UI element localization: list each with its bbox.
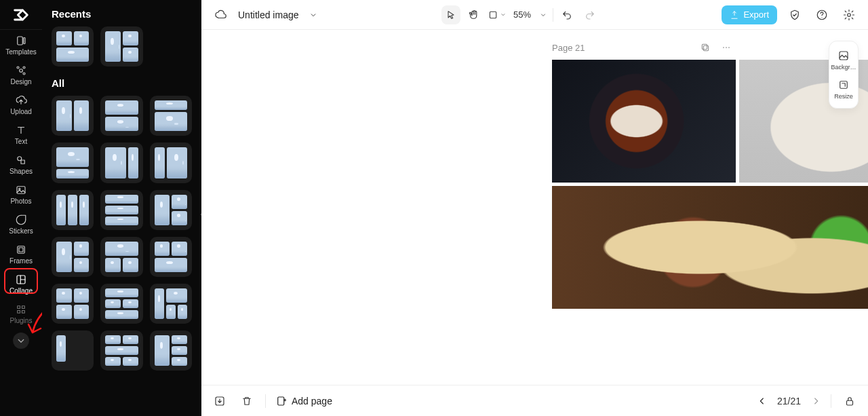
rail-templates[interactable]: Templates: [0, 30, 42, 60]
rail-shapes[interactable]: Shapes: [0, 149, 42, 179]
more-icon[interactable]: [720, 42, 732, 53]
help-button[interactable]: [812, 5, 831, 24]
undo-button[interactable]: [557, 5, 576, 24]
chevron-down-icon: [309, 10, 318, 20]
document-title[interactable]: Untitled image: [238, 10, 299, 20]
redo-icon: [584, 9, 596, 21]
cloud-sync-button[interactable]: [211, 5, 230, 24]
rail-label: Collage: [9, 288, 33, 295]
svg-rect-28: [278, 397, 284, 405]
svg-rect-21: [702, 44, 707, 49]
rail-text[interactable]: Text: [0, 119, 42, 149]
collage-thumb[interactable]: [150, 284, 192, 324]
svg-rect-26: [840, 81, 848, 89]
page-counter: 21/21: [777, 396, 801, 406]
delete-button[interactable]: [238, 392, 256, 410]
collage-slot-3[interactable]: [552, 186, 868, 309]
zoom-dropdown[interactable]: [538, 5, 549, 24]
collage-thumb[interactable]: [150, 237, 192, 277]
rail-label: Templates: [5, 49, 37, 56]
collage-thumb[interactable]: [100, 237, 142, 277]
svg-rect-20: [703, 45, 708, 50]
trash-icon: [241, 395, 253, 407]
panel-collapse-handle[interactable]: [197, 200, 201, 229]
rail-label: Photos: [10, 198, 31, 205]
collage-thumb[interactable]: [100, 96, 142, 136]
collage-thumb[interactable]: [150, 190, 192, 230]
collage-slot-1[interactable]: [552, 60, 736, 183]
svg-rect-17: [490, 12, 496, 18]
svg-rect-11: [19, 248, 23, 252]
photos-icon: [15, 184, 27, 196]
svg-rect-25: [840, 52, 848, 60]
crop-tool[interactable]: [488, 5, 507, 24]
collage-thumb[interactable]: [52, 330, 94, 371]
panel-all-title: All: [52, 77, 192, 89]
canvas-artboard[interactable]: [552, 60, 868, 309]
collage-thumb[interactable]: [150, 330, 192, 371]
rail-collage[interactable]: Collage: [0, 269, 42, 299]
collage-thumb[interactable]: [100, 190, 142, 230]
collage-thumb[interactable]: [52, 143, 94, 183]
svg-point-3: [17, 67, 19, 69]
chevron-down-icon: [15, 335, 27, 347]
rail-design[interactable]: Design: [0, 60, 42, 90]
collage-thumb[interactable]: [52, 190, 94, 230]
collage-thumb[interactable]: [52, 96, 94, 136]
rail-photos[interactable]: Photos: [0, 179, 42, 209]
rail-more-button[interactable]: [13, 333, 29, 349]
svg-point-9: [19, 188, 20, 189]
shield-button[interactable]: [785, 5, 804, 24]
svg-point-23: [726, 47, 727, 48]
app-logo[interactable]: [0, 0, 42, 30]
collage-thumb[interactable]: [52, 26, 94, 67]
svg-rect-29: [847, 400, 853, 405]
canvas-viewport[interactable]: Page 21 Backgr… Resize: [201, 30, 868, 385]
download-button[interactable]: [211, 392, 229, 410]
upload-icon: [15, 94, 27, 107]
redo-button[interactable]: [580, 5, 599, 24]
svg-point-19: [848, 13, 851, 16]
collage-thumb[interactable]: [100, 330, 142, 371]
lock-icon: [844, 395, 856, 407]
add-page-icon: [275, 395, 288, 407]
rail-upload[interactable]: Upload: [0, 90, 42, 119]
collage-thumb[interactable]: [150, 96, 192, 136]
collage-panel: Recents All: [42, 0, 201, 416]
background-tool[interactable]: Backgr…: [829, 45, 859, 75]
shield-check-icon: [789, 9, 801, 21]
collage-thumb[interactable]: [100, 284, 142, 324]
chevron-down-icon: [500, 11, 507, 18]
select-tool[interactable]: [441, 5, 460, 24]
rail-label: Frames: [9, 258, 33, 265]
add-page-button[interactable]: Add page: [275, 395, 332, 407]
hand-tool[interactable]: [465, 5, 484, 24]
collage-thumb[interactable]: [52, 284, 94, 324]
rail-plugins[interactable]: Plugins: [0, 299, 42, 328]
resize-tool[interactable]: Resize: [829, 75, 859, 104]
svg-point-4: [23, 67, 25, 69]
collage-thumb[interactable]: [100, 26, 142, 67]
top-toolbar: Untitled image 55%: [201, 0, 868, 30]
collage-thumb[interactable]: [150, 143, 192, 183]
rail-label: Upload: [10, 109, 32, 115]
prev-page-button[interactable]: [757, 396, 768, 406]
collage-thumb[interactable]: [100, 143, 142, 183]
svg-point-5: [23, 73, 25, 75]
export-button[interactable]: Export: [722, 5, 777, 24]
rail-frames[interactable]: Frames: [0, 239, 42, 269]
zoom-level[interactable]: 55%: [511, 10, 534, 20]
float-label: Resize: [834, 93, 853, 100]
download-icon: [214, 395, 226, 407]
left-rail: Templates Design Upload Text Shapes Phot…: [0, 0, 42, 416]
rail-label: Design: [10, 79, 31, 86]
design-icon: [15, 64, 27, 77]
duplicate-page-icon[interactable]: [700, 42, 711, 53]
title-dropdown[interactable]: [307, 5, 319, 24]
settings-button[interactable]: [840, 5, 859, 24]
lock-button[interactable]: [841, 392, 859, 410]
text-icon: [15, 124, 27, 136]
collage-thumb[interactable]: [52, 237, 94, 277]
rail-stickers[interactable]: Stickers: [0, 209, 42, 239]
svg-rect-14: [22, 306, 25, 309]
